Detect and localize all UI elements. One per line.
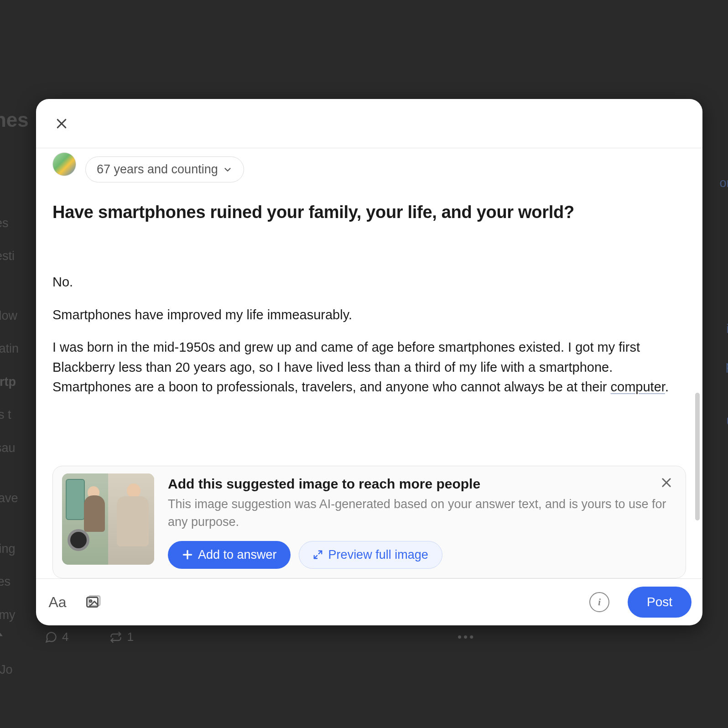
- answer-paragraph: Smartphones have improved my life immeas…: [52, 305, 686, 325]
- upvote-icon: [0, 628, 4, 646]
- close-button[interactable]: [51, 113, 73, 135]
- text-format-icon: Aa: [48, 594, 66, 611]
- question-title: Have smartphones ruined your family, you…: [52, 203, 686, 222]
- modal-footer: Aa i Post: [36, 578, 702, 625]
- modal-header: [36, 99, 702, 148]
- svg-point-9: [90, 600, 92, 603]
- suggestion-description: This image suggestion was AI-generated b…: [168, 495, 676, 531]
- credential-label: 67 years and counting: [97, 162, 218, 177]
- scrollbar[interactable]: [695, 203, 700, 519]
- text-format-button[interactable]: Aa: [44, 589, 71, 615]
- chevron-down-icon: [223, 165, 233, 175]
- answer-paragraph: No.: [52, 272, 686, 292]
- answer-paragraph: I was born in the mid-1950s and grew up …: [52, 338, 686, 397]
- avatar[interactable]: [52, 152, 76, 176]
- credential-selector[interactable]: 67 years and counting: [85, 156, 244, 182]
- preview-image-button[interactable]: Preview full image: [299, 541, 442, 569]
- author-row: 67 years and counting: [52, 156, 686, 182]
- insert-image-button[interactable]: [80, 589, 106, 615]
- image-suggestion-card: Add this suggested image to reach more p…: [52, 466, 686, 578]
- add-to-answer-button[interactable]: Add to answer: [168, 541, 291, 569]
- image-icon: [85, 594, 101, 610]
- expand-icon: [313, 550, 323, 560]
- suggested-image-thumbnail[interactable]: [62, 473, 154, 565]
- info-icon: i: [598, 596, 601, 608]
- post-button[interactable]: Post: [628, 587, 692, 618]
- suggestion-title: Add this suggested image to reach more p…: [168, 476, 676, 492]
- modal-body: 67 years and counting Have smartphones r…: [36, 148, 702, 578]
- answer-editor[interactable]: No. Smartphones have improved my life im…: [52, 272, 686, 397]
- info-button[interactable]: i: [589, 592, 609, 612]
- dismiss-suggestion-button[interactable]: [658, 475, 675, 492]
- link-computer[interactable]: computer: [611, 380, 665, 394]
- plus-icon: [182, 549, 193, 561]
- answer-editor-modal: 67 years and counting Have smartphones r…: [36, 99, 702, 625]
- close-icon: [55, 117, 68, 130]
- more-icon: •••: [458, 628, 475, 646]
- close-icon: [660, 476, 673, 489]
